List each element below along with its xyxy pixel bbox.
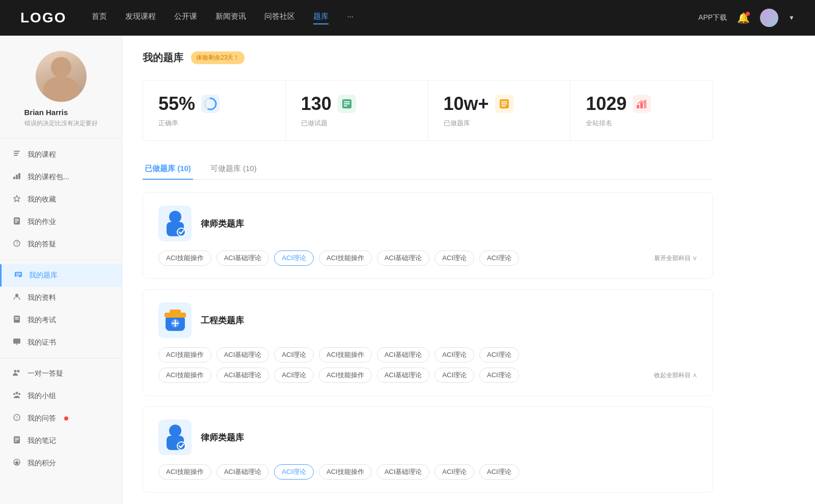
stat-rank-top: 1029 (586, 93, 697, 115)
sidebar-item-my-homework[interactable]: 我的作业 (0, 211, 122, 233)
tabs-row: 已做题库 (10) 可做题库 (10) (143, 159, 713, 180)
sidebar-label-my-group: 我的小组 (28, 391, 56, 401)
tag-active[interactable]: ACI理论 (274, 250, 314, 266)
sidebar-item-my-qa[interactable]: ? 我的问答 (0, 407, 122, 430)
svg-rect-46 (637, 105, 639, 108)
content-inner: 我的题库 体验剩余23天！ 55% 正确率 (122, 36, 734, 504)
tag[interactable]: ACI基础理论 (377, 250, 430, 266)
trial-badge: 体验剩余23天！ (191, 51, 244, 64)
nav-qa[interactable]: 问答社区 (264, 12, 295, 24)
svg-rect-19 (15, 317, 19, 318)
stat-banks-label: 已做题库 (444, 119, 555, 128)
nav-more[interactable]: ··· (347, 12, 354, 24)
svg-marker-6 (14, 195, 20, 202)
tag[interactable]: ACI基础理论 (216, 250, 269, 266)
svg-text:?: ? (16, 241, 19, 246)
nav-question-bank[interactable]: 题库 (313, 12, 329, 24)
sidebar-menu: 我的课程 我的课程包... 我的收藏 我的作业 (0, 138, 122, 480)
svg-rect-41 (344, 105, 347, 106)
profile-section: Brian Harris 错误的决定比没有决定要好 (0, 51, 122, 138)
tag[interactable]: ACI基础理论 (216, 368, 269, 383)
svg-rect-8 (15, 219, 19, 220)
svg-rect-16 (16, 276, 19, 277)
expand-link-1[interactable]: 展开全部科目 ∨ (654, 254, 697, 263)
sidebar-item-my-group[interactable]: 我的小组 (0, 385, 122, 407)
collapse-link[interactable]: 收起全部科目 ∧ (654, 371, 697, 380)
tag[interactable]: ACI理论 (479, 250, 519, 266)
tag[interactable]: ACI理论 (434, 464, 474, 480)
tag[interactable]: ACI技能操作 (319, 464, 372, 480)
tab-available-banks[interactable]: 可做题库 (10) (208, 159, 259, 180)
bank-card-2-title: 工程类题库 (201, 315, 244, 326)
svg-rect-48 (644, 100, 646, 108)
svg-rect-20 (15, 319, 19, 320)
tag[interactable]: ACI技能操作 (158, 464, 211, 480)
page-title: 我的题库 (143, 51, 183, 65)
sidebar-item-my-courses[interactable]: 我的课程 (0, 144, 122, 166)
tag[interactable]: ACI理论 (479, 368, 519, 383)
sidebar-item-my-favorites[interactable]: 我的收藏 (0, 188, 122, 211)
sidebar-item-my-notes[interactable]: 我的笔记 (0, 430, 122, 452)
notification-bell-icon[interactable]: 🔔 (737, 12, 750, 24)
stat-accuracy-value: 55% (158, 93, 195, 115)
bank-card-1-header: 律师类题库 (158, 206, 697, 241)
sidebar-item-my-certs[interactable]: 我的证书 (0, 331, 122, 354)
divider-1 (0, 260, 122, 260)
app-download-button[interactable]: APP下载 (698, 13, 727, 22)
tag[interactable]: ACI技能操作 (158, 250, 211, 266)
svg-point-24 (14, 370, 17, 373)
nav-open-course[interactable]: 公开课 (174, 12, 197, 24)
tag[interactable]: ACI基础理论 (216, 464, 269, 480)
stat-rank-icon (633, 95, 651, 113)
nav-home[interactable]: 首页 (92, 12, 107, 24)
bank-card-1-tags: ACI技能操作 ACI基础理论 ACI理论 ACI技能操作 ACI基础理论 AC… (158, 250, 697, 266)
sidebar-label-one-on-one: 一对一答疑 (28, 369, 63, 378)
courses-icon (12, 150, 21, 160)
sidebar: Brian Harris 错误的决定比没有决定要好 我的课程 我的课程包... (0, 36, 122, 504)
sidebar-item-my-bank[interactable]: 我的题库 (0, 264, 122, 287)
stat-done-banks: 10w+ 已做题库 (428, 80, 571, 141)
nav-news[interactable]: 新闻资讯 (215, 12, 246, 24)
svg-rect-44 (501, 103, 507, 104)
sidebar-item-my-profile[interactable]: 我的资料 (0, 287, 122, 309)
sidebar-item-my-packages[interactable]: 我的课程包... (0, 166, 122, 188)
stat-done-questions: 130 已做试题 (286, 80, 428, 141)
nav-discover[interactable]: 发现课程 (125, 12, 156, 24)
qa-icon: ? (12, 413, 21, 424)
user-dropdown-icon[interactable]: ▼ (789, 14, 795, 21)
tag[interactable]: ACI理论 (479, 347, 519, 362)
user-avatar[interactable] (760, 9, 778, 27)
tag-active[interactable]: ACI理论 (274, 464, 314, 480)
tag[interactable]: ACI理论 (479, 464, 519, 480)
tag[interactable]: ACI技能操作 (319, 368, 372, 383)
sidebar-label-my-exams: 我的考试 (28, 316, 56, 325)
tag[interactable]: ACI技能操作 (158, 368, 211, 383)
tag[interactable]: ACI理论 (274, 347, 314, 362)
svg-rect-40 (344, 103, 350, 104)
tag[interactable]: ACI基础理论 (377, 347, 430, 362)
user-name: Brian Harris (24, 108, 98, 117)
tag[interactable]: ACI理论 (434, 368, 474, 383)
sidebar-item-my-exams[interactable]: 我的考试 (0, 309, 122, 331)
sidebar-item-my-points[interactable]: 我的积分 (0, 452, 122, 474)
tag[interactable]: ACI理论 (434, 347, 474, 362)
stat-accuracy-top: 55% (158, 93, 270, 115)
notification-dot (746, 12, 750, 16)
tag[interactable]: ACI技能操作 (319, 347, 372, 362)
tag[interactable]: ACI理论 (274, 368, 314, 383)
header-left: LOGO 首页 发现课程 公开课 新闻资讯 问答社区 题库 ··· (20, 10, 354, 26)
sidebar-label-my-courses: 我的课程 (28, 150, 56, 159)
sidebar-item-one-on-one[interactable]: 一对一答疑 (0, 362, 122, 385)
tag[interactable]: ACI理论 (434, 250, 474, 266)
tag[interactable]: ACI技能操作 (319, 250, 372, 266)
stat-done-icon (338, 95, 356, 113)
tab-done-banks[interactable]: 已做题库 (10) (143, 159, 193, 180)
tag[interactable]: ACI基础理论 (377, 368, 430, 383)
sidebar-item-my-questions[interactable]: ? 我的答疑 (0, 233, 122, 256)
tag[interactable]: ACI基础理论 (377, 464, 430, 480)
tag[interactable]: ACI基础理论 (216, 347, 269, 362)
tag[interactable]: ACI技能操作 (158, 347, 211, 362)
bank-card-1-icon (158, 206, 192, 241)
homework-icon (12, 217, 21, 227)
stat-rank-value: 1029 (586, 93, 627, 115)
